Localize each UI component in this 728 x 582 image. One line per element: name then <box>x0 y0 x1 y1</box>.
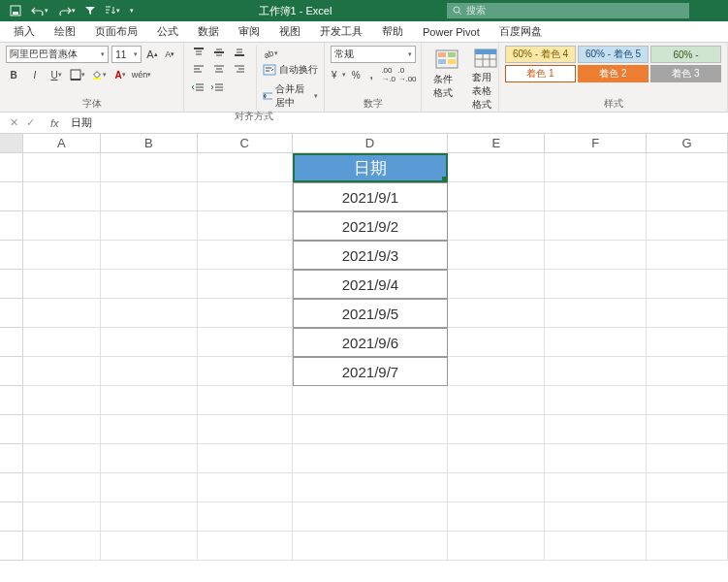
cell-E2[interactable] <box>448 182 545 211</box>
align-middle-icon[interactable] <box>210 46 228 59</box>
increase-font-icon[interactable]: A▴ <box>144 47 159 62</box>
border-button[interactable]: ▾ <box>70 67 85 82</box>
cell-D14[interactable] <box>293 532 449 561</box>
col-header-B[interactable]: B <box>101 134 198 152</box>
cell-C4[interactable] <box>198 241 293 270</box>
cell-A5[interactable] <box>23 270 101 299</box>
cell-A9[interactable] <box>23 386 101 415</box>
tab-help[interactable]: 帮助 <box>372 21 413 42</box>
cell-F3[interactable] <box>545 211 647 241</box>
col-header-A[interactable]: A <box>23 134 101 152</box>
col-header-G[interactable]: G <box>647 134 728 152</box>
increase-decimal-icon[interactable]: .00→.0 <box>381 67 396 82</box>
cell-G10[interactable] <box>647 415 728 444</box>
align-right-icon[interactable] <box>231 62 248 76</box>
cell-E14[interactable] <box>448 532 545 561</box>
cell-F6[interactable] <box>545 299 647 328</box>
bold-button[interactable]: B <box>6 67 21 82</box>
cell-D5[interactable]: 2021/9/4 <box>293 270 449 299</box>
style-swatch-4[interactable]: 着色 1 <box>505 65 576 82</box>
style-swatch-1[interactable]: 60% - 着色 4 <box>505 46 576 63</box>
cell-B5[interactable] <box>101 270 198 299</box>
cell-B1[interactable] <box>101 153 198 182</box>
cell-B11[interactable] <box>101 444 198 473</box>
cell-A1[interactable] <box>23 153 101 182</box>
font-color-button[interactable]: A▾ <box>112 67 128 82</box>
cell-G12[interactable] <box>647 473 728 502</box>
cell-G9[interactable] <box>647 386 728 415</box>
cell-A12[interactable] <box>23 473 101 502</box>
cell-F2[interactable] <box>545 182 647 211</box>
cell-B13[interactable] <box>101 502 198 532</box>
wrap-text-button[interactable]: 自动换行 <box>263 63 318 77</box>
cell-D1[interactable]: 日期 <box>293 153 449 182</box>
cell-A14[interactable] <box>23 532 101 561</box>
tab-review[interactable]: 审阅 <box>229 21 269 42</box>
tab-formulas[interactable]: 公式 <box>147 21 188 42</box>
cell-E11[interactable] <box>448 444 545 473</box>
cell-D2[interactable]: 2021/9/1 <box>293 182 449 211</box>
cell-E8[interactable] <box>448 357 545 386</box>
fx-icon[interactable]: fx <box>45 117 65 129</box>
phonetic-button[interactable]: wén▾ <box>134 67 149 82</box>
row-header[interactable] <box>0 532 23 561</box>
cell-D9[interactable] <box>293 386 449 415</box>
search-input[interactable]: 搜索 <box>447 3 689 18</box>
cell-C10[interactable] <box>198 415 293 444</box>
cell-B9[interactable] <box>101 386 198 415</box>
cell-G13[interactable] <box>647 502 728 532</box>
tab-insert[interactable]: 插入 <box>4 21 45 42</box>
row-header[interactable] <box>0 153 23 182</box>
row-header[interactable] <box>0 328 23 357</box>
tab-draw[interactable]: 绘图 <box>45 21 85 42</box>
cell-C3[interactable] <box>198 211 293 241</box>
cell-E7[interactable] <box>448 328 545 357</box>
cell-C5[interactable] <box>198 270 293 299</box>
sort-icon[interactable]: ▾ <box>103 4 122 17</box>
cell-G3[interactable] <box>647 211 728 241</box>
row-header[interactable] <box>0 182 23 211</box>
font-size-select[interactable]: 11▾ <box>111 46 142 63</box>
cell-C13[interactable] <box>198 502 293 532</box>
align-bottom-icon[interactable] <box>231 46 248 59</box>
percent-icon[interactable]: % <box>350 67 362 82</box>
cell-F5[interactable] <box>545 270 647 299</box>
enter-icon[interactable]: ✓ <box>26 116 35 129</box>
cell-D11[interactable] <box>293 444 449 473</box>
select-all-corner[interactable] <box>0 134 23 152</box>
cell-D7[interactable]: 2021/9/6 <box>293 328 449 357</box>
cell-F12[interactable] <box>545 473 647 502</box>
style-swatch-6[interactable]: 着色 3 <box>650 65 721 82</box>
increase-indent-icon[interactable] <box>209 80 225 95</box>
cell-C12[interactable] <box>198 473 293 502</box>
cell-A6[interactable] <box>23 299 101 328</box>
row-header[interactable] <box>0 299 23 328</box>
cell-F8[interactable] <box>545 357 647 386</box>
cell-A3[interactable] <box>23 211 101 241</box>
cell-F10[interactable] <box>545 415 647 444</box>
tab-view[interactable]: 视图 <box>269 21 310 42</box>
cell-G6[interactable] <box>647 299 728 328</box>
align-left-icon[interactable] <box>190 62 207 76</box>
cell-A7[interactable] <box>23 328 101 357</box>
cell-E5[interactable] <box>448 270 545 299</box>
tab-data[interactable]: 数据 <box>188 21 229 42</box>
cell-A13[interactable] <box>23 502 101 532</box>
col-header-C[interactable]: C <box>198 134 293 152</box>
orientation-icon[interactable]: ab▾ <box>263 46 278 61</box>
row-header[interactable] <box>0 444 23 473</box>
cell-G14[interactable] <box>647 532 728 561</box>
cell-E13[interactable] <box>448 502 545 532</box>
redo-icon[interactable]: ▾ <box>56 4 78 17</box>
cell-F4[interactable] <box>545 241 647 270</box>
cell-G4[interactable] <box>647 241 728 270</box>
tab-devtools[interactable]: 开发工具 <box>310 21 372 42</box>
cell-C9[interactable] <box>198 386 293 415</box>
cell-G11[interactable] <box>647 444 728 473</box>
row-header[interactable] <box>0 211 23 241</box>
cell-B6[interactable] <box>101 299 198 328</box>
cell-styles-gallery[interactable]: 60% - 着色 4 60% - 着色 5 60% - 着色 1 着色 2 着色… <box>505 46 721 82</box>
cell-E3[interactable] <box>448 211 545 241</box>
undo-icon[interactable]: ▾ <box>29 4 50 17</box>
cell-B12[interactable] <box>101 473 198 502</box>
